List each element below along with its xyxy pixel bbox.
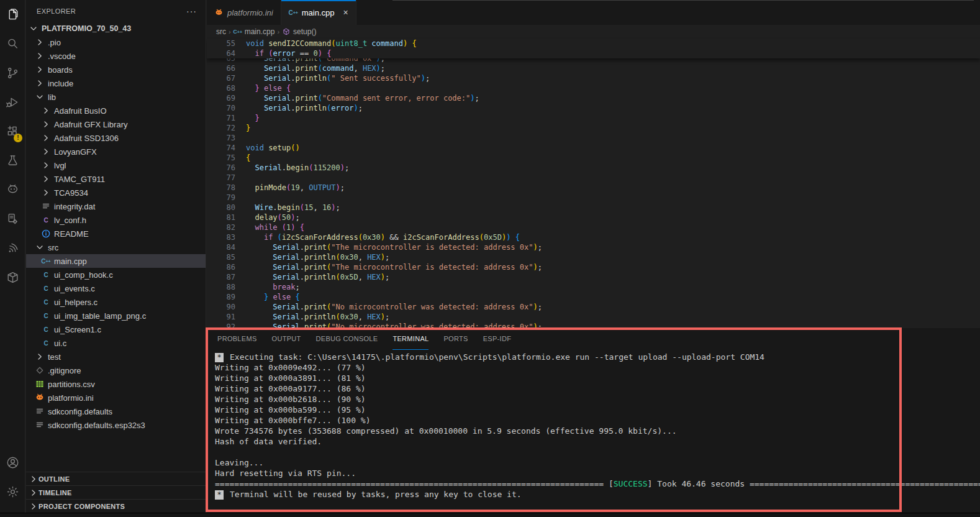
tree-item[interactable]: LovyanGFX	[26, 145, 206, 158]
more-actions-icon[interactable]: ···	[186, 6, 197, 16]
tree-item[interactable]: Cui_events.c	[26, 281, 206, 295]
tree-item[interactable]: src	[26, 240, 206, 254]
terminal-line: Writing at 0x0009e492... (77 %)	[215, 362, 980, 373]
chevron-right-icon	[41, 119, 51, 129]
chevron-right-icon	[35, 78, 45, 88]
tree-item[interactable]: partitions.csv	[26, 377, 206, 391]
tree-item[interactable]: Adafruit GFX Library	[26, 117, 206, 131]
tree-item-label: lib	[48, 93, 56, 102]
tree-item[interactable]: .pio	[26, 35, 206, 49]
window-top-border	[392, 0, 974, 1]
code-line-73: 73	[207, 133, 980, 143]
panel-tab-esp-idf[interactable]: ESP-IDF	[483, 328, 512, 350]
tree-item[interactable]: include	[26, 76, 206, 90]
esp-idf-icon[interactable]	[0, 234, 25, 263]
tree-item[interactable]: .gitignore	[26, 364, 206, 377]
task-marker-icon: *	[215, 353, 224, 362]
code-line-80: 80 Wire.begin(15, 16);	[207, 203, 980, 213]
extensions-icon[interactable]: !	[0, 117, 25, 146]
containers-icon[interactable]	[0, 263, 25, 292]
git-file-icon	[35, 365, 45, 375]
search-icon[interactable]	[0, 29, 25, 58]
sidebar-section-project-components[interactable]: PROJECT COMPONENTS	[26, 499, 206, 513]
activity-bar-bottom	[0, 448, 25, 506]
tab-platformio.ini[interactable]: platformio.ini	[207, 0, 281, 25]
tree-item[interactable]: Adafruit SSD1306	[26, 131, 206, 145]
terminal-line: Writing at 0x000ba599... (95 %)	[215, 405, 980, 415]
tree-item[interactable]: Adafruit BusIO	[26, 104, 206, 117]
tree-item[interactable]: sdkconfig.defaults	[26, 405, 206, 418]
tree-item-label: partitions.csv	[48, 380, 95, 389]
tree-item[interactable]: TCA9534	[26, 186, 206, 199]
tree-item[interactable]: platformio.ini	[26, 391, 206, 405]
terminal-output[interactable]: *Executing task: C:\Users\14175\.platfor…	[207, 350, 980, 500]
tree-item[interactable]: Clv_conf.h	[26, 213, 206, 227]
tree-item[interactable]: C++main.cpp	[26, 254, 206, 268]
tree-item[interactable]: Cui_helpers.c	[26, 295, 206, 309]
list-file-icon	[41, 201, 51, 211]
breadcrumb-item[interactable]: setup()	[282, 27, 316, 36]
tree-item-label: lv_conf.h	[54, 216, 86, 225]
code-line-66: 66 Serial.print(command, HEX);	[207, 63, 980, 73]
tab-main.cpp[interactable]: C++main.cpp×	[281, 0, 356, 25]
tree-item[interactable]: TAMC_GT911	[26, 172, 206, 186]
c-blue-file-icon: C	[41, 297, 51, 307]
tree-item[interactable]: Cui.c	[26, 336, 206, 350]
tree-item[interactable]: integrity.dat	[26, 199, 206, 213]
tree-item[interactable]: sdkconfig.defaults.esp32s3	[26, 418, 206, 432]
panel-tab-bar: PROBLEMSOUTPUTDEBUG CONSOLETERMINALPORTS…	[207, 328, 980, 350]
tree-item[interactable]: .vscode	[26, 49, 206, 63]
tree-item[interactable]: lvgl	[26, 158, 206, 172]
tree-item-label: Adafruit SSD1306	[54, 134, 119, 143]
breadcrumb-item[interactable]: src	[216, 27, 226, 36]
tree-item-label: boards	[48, 65, 73, 75]
sidebar-section-outline[interactable]: OUTLINE	[26, 472, 206, 485]
platformio-icon[interactable]	[0, 175, 25, 204]
code-line-89: 89 } else {	[207, 292, 980, 302]
code-line-87: 87 Serial.println(0x5D, HEX);	[207, 272, 980, 282]
tree-item-label: ui_comp_hook.c	[54, 270, 113, 280]
tree-item-label: ui_Screen1.c	[54, 325, 101, 334]
code-editor[interactable]: 65 Serial.print("Command 0x");66 Serial.…	[207, 58, 980, 328]
explorer-sidebar: EXPLORER ··· PLATFROMIO_70_50_43.pio.vsc…	[26, 0, 206, 513]
panel-tab-ports[interactable]: PORTS	[443, 328, 468, 350]
tree-item-label: sdkconfig.defaults	[48, 407, 112, 416]
c-purple-file-icon: C	[41, 215, 51, 225]
tree-item[interactable]: README	[26, 227, 206, 240]
run-and-debug-icon[interactable]	[0, 88, 25, 117]
code-line-71: 71 }	[207, 113, 980, 123]
testing-icon[interactable]	[0, 146, 25, 175]
tree-item-label: sdkconfig.defaults.esp32s3	[48, 421, 145, 430]
tree-item-label: src	[48, 243, 58, 252]
tree-item-label: ui.c	[54, 339, 66, 348]
tree-item[interactable]: Cui_Screen1.c	[26, 323, 206, 336]
panel-tab-output[interactable]: OUTPUT	[272, 328, 301, 350]
panel-tab-problems[interactable]: PROBLEMS	[217, 328, 257, 350]
settings-icon[interactable]	[0, 477, 25, 506]
esp-idf-config-icon[interactable]	[0, 204, 25, 234]
tree-item[interactable]: lib	[26, 90, 206, 104]
sidebar-section-timeline[interactable]: TIMELINE	[26, 485, 206, 499]
chevron-right-icon	[35, 352, 45, 362]
tree-item[interactable]: boards	[26, 63, 206, 76]
tree-root-folder[interactable]: PLATFROMIO_70_50_43	[26, 22, 206, 35]
chevron-right-icon	[29, 501, 39, 511]
accounts-icon[interactable]	[0, 448, 25, 477]
sidebar-title: EXPLORER	[37, 7, 76, 15]
source-control-icon[interactable]	[0, 58, 25, 88]
tree-item-label: include	[48, 79, 73, 88]
explorer-icon[interactable]	[0, 0, 25, 29]
tree-item[interactable]: test	[26, 350, 206, 364]
code-line-91: 91 Serial.println(0x30, HEX);	[207, 312, 980, 322]
code-line-77: 77	[207, 173, 980, 183]
chevron-right-icon	[41, 160, 51, 170]
file-tree: PLATFROMIO_70_50_43.pio.vscodeboardsincl…	[26, 22, 206, 472]
tree-item[interactable]: Cui_comp_hook.c	[26, 268, 206, 281]
tree-item[interactable]: Cui_img_table_lamp_png.c	[26, 309, 206, 323]
breadcrumb-item[interactable]: C++main.cpp	[234, 27, 275, 36]
panel-tab-terminal[interactable]: TERMINAL	[392, 328, 429, 350]
close-icon[interactable]: ×	[343, 8, 348, 17]
panel-tab-debug-console[interactable]: DEBUG CONSOLE	[316, 328, 378, 350]
code-line-72: 72}	[207, 123, 980, 133]
status-bar	[0, 513, 980, 517]
